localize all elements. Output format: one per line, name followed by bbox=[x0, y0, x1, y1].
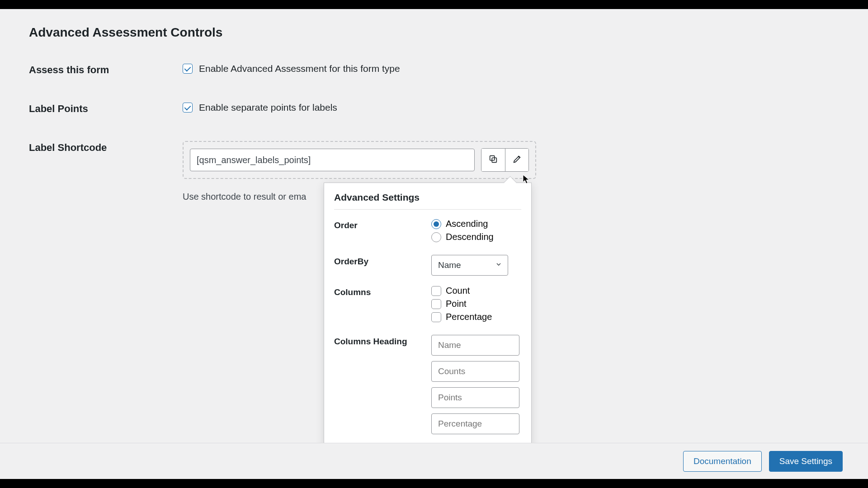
order-asc-label: Ascending bbox=[446, 219, 488, 229]
columns-percentage-label: Percentage bbox=[446, 312, 492, 322]
shortcode-block bbox=[183, 141, 536, 179]
columns-point-checkbox[interactable] bbox=[431, 299, 441, 309]
shortcode-input[interactable] bbox=[190, 149, 475, 171]
footer-bar: Documentation Save Settings bbox=[0, 443, 868, 479]
pencil-icon bbox=[512, 154, 522, 166]
save-settings-button[interactable]: Save Settings bbox=[769, 451, 843, 472]
assess-form-checkbox-label: Enable Advanced Assessment for this form… bbox=[199, 63, 400, 74]
columns-percentage-checkbox[interactable] bbox=[431, 312, 441, 322]
columns-heading-label: Columns Heading bbox=[334, 335, 431, 347]
advanced-settings-popover: Advanced Settings Order Ascending Descen… bbox=[324, 183, 532, 446]
orderby-label: OrderBy bbox=[334, 255, 431, 267]
popover-title: Advanced Settings bbox=[334, 192, 521, 210]
copy-icon bbox=[488, 154, 498, 166]
columns-count-label: Count bbox=[446, 286, 470, 296]
edit-button[interactable] bbox=[505, 149, 528, 171]
order-asc-radio[interactable] bbox=[431, 219, 441, 229]
heading-name-input[interactable] bbox=[431, 335, 519, 356]
columns-label: Columns bbox=[334, 286, 431, 297]
columns-point-label: Point bbox=[446, 299, 467, 309]
order-desc-label: Descending bbox=[446, 232, 494, 242]
label-points-checkbox-label: Enable separate points for labels bbox=[199, 102, 337, 113]
order-desc-radio[interactable] bbox=[431, 232, 441, 242]
page-title: Advanced Assessment Controls bbox=[29, 25, 839, 40]
orderby-select[interactable]: Name bbox=[431, 255, 508, 276]
assess-form-checkbox[interactable] bbox=[183, 64, 193, 74]
label-points-checkbox[interactable] bbox=[183, 103, 193, 113]
label-points-label: Label Points bbox=[29, 102, 183, 115]
heading-points-input[interactable] bbox=[431, 387, 519, 408]
order-label: Order bbox=[334, 219, 431, 230]
columns-count-checkbox[interactable] bbox=[431, 286, 441, 296]
documentation-button[interactable]: Documentation bbox=[683, 451, 762, 472]
chevron-down-icon bbox=[495, 260, 502, 270]
heading-percentage-input[interactable] bbox=[431, 413, 519, 434]
orderby-value: Name bbox=[438, 260, 461, 270]
heading-counts-input[interactable] bbox=[431, 361, 519, 382]
label-shortcode-label: Label Shortcode bbox=[29, 141, 183, 154]
assess-form-label: Assess this form bbox=[29, 63, 183, 76]
copy-button[interactable] bbox=[481, 149, 505, 171]
